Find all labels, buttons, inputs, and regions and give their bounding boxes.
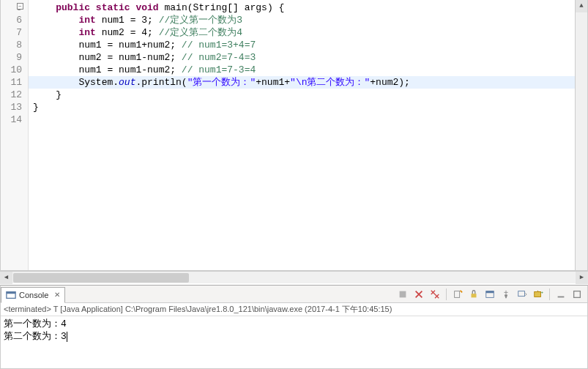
open-console-button[interactable]: + (531, 287, 546, 302)
scroll-right-icon[interactable]: ▶ (576, 272, 588, 284)
code-line[interactable]: } (29, 101, 587, 113)
code-line[interactable]: int num2 = 4; //定义第二个数为4 (29, 26, 587, 39)
svg-rect-4 (472, 294, 477, 297)
line-number: 9 (4, 51, 22, 64)
process-status-line: <terminated> T [Java Application] C:\Pro… (1, 303, 587, 316)
console-tab[interactable]: Console ✕ (1, 287, 65, 303)
horizontal-scrollbar[interactable]: ◀ ▶ (0, 271, 588, 283)
toolbar-separator (446, 288, 447, 300)
svg-text:+: + (541, 289, 544, 294)
code-line[interactable]: num2 = num1-num2; // num2=7-4=3 (29, 51, 587, 64)
console-view: Console ✕ + <terminated> T [Java Applica… (0, 285, 588, 369)
remove-launch-button[interactable] (412, 287, 426, 302)
fold-toggle-icon[interactable]: − (17, 3, 23, 10)
line-number: 13 (4, 101, 22, 113)
vertical-scrollbar[interactable]: ▲ (575, 0, 587, 270)
line-number: 8 (4, 39, 22, 51)
show-word-wrap-button[interactable] (483, 287, 497, 302)
code-line[interactable]: num1 = num1-num2; // num1=7-3=4 (29, 64, 587, 76)
svg-rect-1 (7, 291, 15, 294)
svg-rect-8 (535, 291, 541, 297)
scrollbar-thumb[interactable] (13, 273, 189, 283)
scroll-lock-button[interactable] (466, 287, 481, 302)
svg-rect-2 (400, 291, 406, 297)
console-tab-label: Console (19, 291, 48, 299)
display-console-button[interactable] (515, 287, 529, 302)
code-line[interactable]: } (29, 89, 587, 101)
close-icon[interactable]: ✕ (54, 291, 60, 299)
text-cursor (67, 332, 67, 342)
code-line[interactable] (29, 113, 587, 126)
svg-rect-7 (518, 291, 525, 296)
svg-rect-11 (574, 291, 581, 297)
minimize-view-button[interactable] (554, 287, 568, 302)
line-number: 10 (4, 64, 22, 76)
code-line[interactable]: System.out.println("第一个数为："+num1+"\n第二个数… (29, 76, 587, 89)
line-number-gutter: 5−67891011121314 (1, 0, 29, 270)
console-toolbar: + (395, 287, 587, 302)
code-line[interactable]: num1 = num1+num2; // num1=3+4=7 (29, 39, 587, 51)
console-output-line: 第一个数为：4 (4, 318, 584, 330)
svg-rect-6 (486, 291, 494, 293)
console-icon (6, 290, 16, 300)
line-number: 12 (4, 89, 22, 101)
code-editor[interactable]: 5−67891011121314 public static void main… (0, 0, 588, 271)
console-output[interactable]: 第一个数为：4第二个数为：3 (1, 316, 587, 368)
maximize-view-button[interactable] (570, 287, 584, 302)
line-number: 5− (4, 1, 22, 14)
console-output-line: 第二个数为：3 (4, 330, 584, 343)
console-tabbar: Console ✕ + (1, 286, 587, 303)
code-line[interactable]: public static void main(String[] args) { (29, 1, 587, 14)
svg-rect-10 (558, 296, 565, 297)
line-number: 6 (4, 14, 22, 26)
svg-rect-3 (455, 291, 460, 297)
line-number: 14 (4, 113, 22, 126)
code-lines[interactable]: public static void main(String[] args) {… (29, 0, 587, 270)
line-number: 7 (4, 26, 22, 39)
clear-console-button[interactable] (450, 287, 465, 302)
terminate-button[interactable] (395, 287, 410, 302)
scroll-left-icon[interactable]: ◀ (0, 272, 12, 284)
toolbar-separator (549, 288, 550, 300)
code-line[interactable]: int num1 = 3; //定义第一个数为3 (29, 14, 587, 26)
remove-all-button[interactable] (428, 287, 442, 302)
pin-console-button[interactable] (499, 287, 513, 302)
scroll-up-icon[interactable]: ▲ (576, 0, 587, 12)
line-number: 11 (4, 76, 22, 89)
